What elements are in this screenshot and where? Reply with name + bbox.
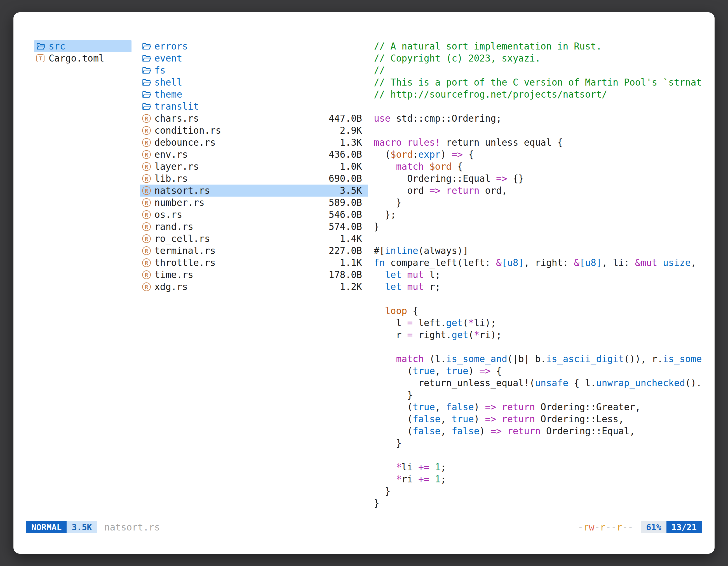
code-line: return_unless_equal!(unsafe { l.unwrap_u…	[374, 377, 708, 389]
file-name: throttle.rs	[154, 257, 216, 268]
rust-file-icon: R	[142, 162, 151, 171]
code-line: #[inline(always)]	[374, 245, 708, 257]
folder-open-icon	[142, 103, 151, 110]
file-row[interactable]: R natsort.rs 3.5K	[140, 185, 368, 197]
file-icon: R	[142, 271, 154, 279]
rust-file-icon: R	[142, 283, 151, 291]
file-icon: R	[142, 247, 154, 255]
permissions-text: -rw-r--r--	[578, 522, 633, 533]
code-line: // This is a port of the C version of Ma…	[374, 76, 708, 88]
file-row[interactable]: R number.rs 589.0B	[140, 197, 368, 209]
file-row[interactable]: R rand.rs 574.0B	[140, 221, 368, 233]
code-line: match (l.is_some_and(|b| b.is_ascii_digi…	[374, 353, 708, 365]
file-row[interactable]: R lib.rs 690.0B	[140, 173, 368, 185]
code-line	[374, 125, 708, 137]
file-name: xdg.rs	[154, 281, 188, 292]
code-line: // A natural sort implementation in Rust…	[374, 40, 708, 52]
file-size: 2.9K	[340, 125, 362, 136]
rust-file-icon: R	[142, 174, 151, 183]
file-row[interactable]: R time.rs 178.0B	[140, 269, 368, 281]
status-filename: natsort.rs	[104, 522, 160, 533]
file-row[interactable]: R debounce.rs 1.3K	[140, 137, 368, 149]
file-row[interactable]: R os.rs 546.0B	[140, 209, 368, 221]
file-name: fs	[154, 65, 166, 76]
rust-file-icon: R	[142, 259, 151, 267]
file-icon	[142, 67, 154, 74]
file-row[interactable]: T Cargo.toml	[34, 52, 131, 64]
file-name: translit	[154, 101, 199, 112]
file-name: errors	[154, 41, 188, 52]
file-row[interactable]: fs	[140, 64, 368, 76]
code-line: fn compare_left(left: &[u8], right: &[u8…	[374, 257, 708, 269]
code-line: (false, true) => return Ordering::Less,	[374, 413, 708, 425]
folder-open-icon	[142, 55, 151, 62]
code-line: }	[374, 197, 708, 209]
file-row[interactable]: R chars.rs 447.0B	[140, 112, 368, 125]
code-line: r = right.get(*ri);	[374, 329, 708, 341]
file-row[interactable]: translit	[140, 100, 368, 112]
mode-badge: NORMAL	[26, 521, 67, 533]
file-size: 1.0K	[340, 161, 362, 172]
file-size: 1.1K	[340, 257, 362, 268]
file-row[interactable]: errors	[140, 40, 368, 52]
file-name: theme	[154, 89, 182, 100]
code-line: let mut l;	[374, 269, 708, 281]
code-line: };	[374, 209, 708, 221]
file-row[interactable]: R condition.rs 2.9K	[140, 125, 368, 137]
file-row[interactable]: R ro_cell.rs 1.4K	[140, 233, 368, 245]
file-icon	[142, 103, 154, 110]
file-row[interactable]: src	[34, 40, 131, 52]
file-size: 227.0B	[329, 245, 362, 256]
file-size: 589.0B	[329, 197, 362, 208]
code-line	[374, 233, 708, 245]
file-row[interactable]: R throttle.rs 1.1K	[140, 257, 368, 269]
file-row[interactable]: R env.rs 436.0B	[140, 149, 368, 161]
code-line: Ordering::Equal => {}	[374, 173, 708, 185]
code-line: ($ord:expr) => {	[374, 149, 708, 161]
scroll-percent-badge: 61%	[641, 521, 666, 533]
file-name: natsort.rs	[154, 185, 210, 196]
file-size: 1.2K	[340, 281, 362, 292]
rust-file-icon: R	[142, 114, 151, 123]
file-row[interactable]: R terminal.rs 227.0B	[140, 245, 368, 257]
code-line: use std::cmp::Ordering;	[374, 112, 708, 125]
file-icon	[142, 79, 154, 86]
file-size: 3.5K	[340, 185, 362, 196]
code-line	[374, 341, 708, 353]
file-icon	[142, 43, 154, 50]
code-line	[374, 100, 708, 112]
file-size: 1.3K	[340, 137, 362, 148]
code-line: // Copyright (c) 2023, sxyazi.	[374, 52, 708, 64]
parent-pane: src T Cargo.toml	[34, 40, 131, 521]
file-size: 447.0B	[329, 113, 362, 124]
file-name: ro_cell.rs	[154, 233, 210, 244]
toml-file-icon: T	[36, 54, 44, 62]
file-size: 1.4K	[340, 233, 362, 244]
file-name: Cargo.toml	[49, 53, 104, 64]
file-icon: R	[142, 234, 154, 243]
folder-open-icon	[142, 79, 151, 86]
rust-file-icon: R	[142, 186, 151, 195]
file-icon: R	[142, 162, 154, 171]
file-icon: R	[142, 210, 154, 219]
status-right-group: -rw-r--r-- 61% 13/21	[578, 521, 702, 533]
code-line: //	[374, 64, 708, 76]
file-row[interactable]: shell	[140, 76, 368, 88]
file-name: number.rs	[154, 197, 205, 208]
file-name: chars.rs	[154, 113, 199, 124]
file-row[interactable]: R xdg.rs 1.2K	[140, 281, 368, 293]
code-line: // http://sourcefrog.net/projects/natsor…	[374, 88, 708, 100]
file-name: condition.rs	[154, 125, 221, 136]
file-name: time.rs	[154, 269, 193, 280]
file-name: terminal.rs	[154, 245, 216, 256]
file-row[interactable]: R layer.rs 1.0K	[140, 161, 368, 173]
file-icon: R	[142, 150, 154, 159]
file-size: 436.0B	[329, 149, 362, 160]
file-icon: R	[142, 126, 154, 135]
file-row[interactable]: event	[140, 52, 368, 64]
preview-pane: // A natural sort implementation in Rust…	[374, 40, 708, 521]
file-icon: R	[142, 222, 154, 231]
file-name: event	[154, 53, 182, 64]
file-row[interactable]: theme	[140, 88, 368, 100]
file-size: 178.0B	[329, 269, 362, 280]
